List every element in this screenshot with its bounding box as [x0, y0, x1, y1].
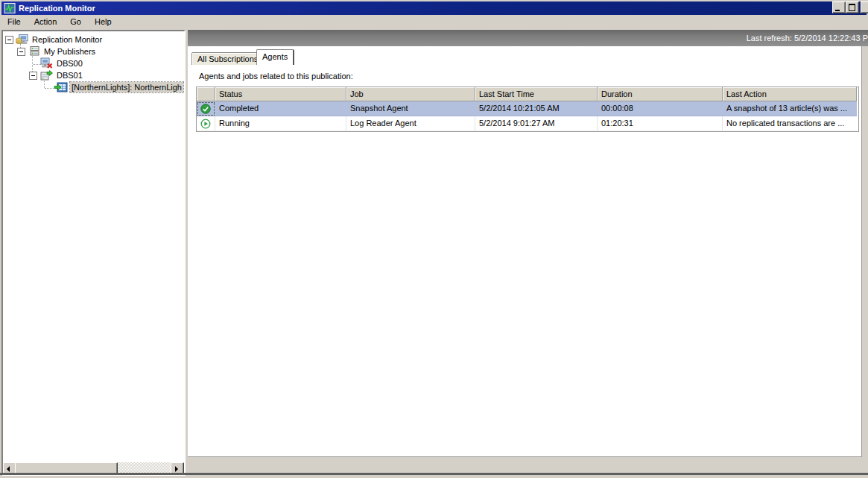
last-start-cell: 5/2/2014 10:21:05 AM — [475, 101, 598, 116]
tree-item-label: DBS01 — [55, 70, 84, 81]
close-button[interactable] — [861, 1, 868, 13]
agents-table: Status Job Last Start Time Duration Last… — [196, 87, 859, 132]
window-title: Replication Monitor — [19, 4, 95, 13]
table-row-snapshot-agent[interactable]: Completed Snapshot Agent 5/2/2014 10:21:… — [197, 101, 858, 116]
menu-bar: File Action Go Help — [1, 15, 867, 29]
window-bottom-border — [0, 473, 868, 475]
tab-agents[interactable]: Agents — [256, 49, 294, 65]
expander-replication-monitor[interactable] — [5, 36, 13, 44]
publication-detail-pane: All Subscriptions Agents Agents and jobs… — [188, 46, 862, 457]
last-refresh-text: Last refresh: 5/2/2014 12:22:43 P — [747, 34, 868, 43]
tree-item-label: My Publishers — [42, 46, 97, 57]
running-icon — [200, 119, 211, 129]
publisher-error-icon — [40, 57, 53, 69]
replication-monitor-node-icon — [16, 34, 28, 45]
status-icon-cell — [197, 116, 215, 131]
scroll-right-icon — [175, 466, 178, 472]
agents-caption: Agents and jobs related to this publicat… — [199, 72, 353, 81]
publisher-tree: Replication Monitor My Publishers — [3, 31, 184, 461]
tree-item-replication-monitor[interactable]: Replication Monitor — [16, 34, 104, 45]
expander-my-publishers[interactable] — [17, 48, 25, 56]
publisher-tree-panel: Replication Monitor My Publishers — [1, 30, 186, 476]
menu-file[interactable]: File — [1, 16, 28, 28]
table-header-row: Status Job Last Start Time Duration Last… — [197, 87, 858, 101]
menu-action[interactable]: Action — [28, 16, 64, 28]
publishers-icon — [28, 45, 40, 57]
tree-item-dbs01[interactable]: DBS01 — [40, 69, 84, 81]
tree-connector — [45, 88, 54, 89]
maximize-button[interactable] — [846, 1, 859, 13]
publication-icon — [54, 81, 68, 93]
scroll-left-icon — [7, 466, 10, 472]
menu-go[interactable]: Go — [63, 16, 88, 28]
status-cell: Running — [215, 116, 346, 131]
last-action-cell: No replicated transactions are ... — [723, 116, 857, 131]
column-header-job[interactable]: Job — [346, 87, 475, 101]
status-icon-cell — [197, 101, 215, 116]
status-cell: Completed — [215, 101, 346, 116]
column-header-status[interactable]: Status — [215, 87, 346, 101]
minimize-icon — [835, 10, 840, 11]
title-bar[interactable]: Replication Monitor — [1, 1, 867, 15]
duration-cell: 01:20:31 — [598, 116, 723, 131]
tree-item-label: [NorthernLights]: NorthernLigh — [70, 82, 183, 92]
maximize-icon — [849, 4, 855, 11]
menu-help[interactable]: Help — [88, 16, 118, 28]
column-header-icon[interactable] — [197, 87, 215, 101]
app-icon — [4, 3, 16, 14]
duration-cell: 00:00:08 — [598, 101, 723, 116]
table-row-log-reader-agent[interactable]: Running Log Reader Agent 5/2/2014 9:01:2… — [197, 116, 858, 131]
column-header-last-action[interactable]: Last Action — [723, 87, 857, 101]
tab-all-subscriptions[interactable]: All Subscriptions — [191, 52, 264, 65]
tree-item-dbs00[interactable]: DBS00 — [40, 57, 84, 69]
tree-item-my-publishers[interactable]: My Publishers — [28, 45, 97, 57]
job-cell: Snapshot Agent — [346, 101, 475, 116]
tree-item-label: Replication Monitor — [31, 34, 104, 45]
last-start-cell: 5/2/2014 9:01:27 AM — [475, 116, 598, 131]
expander-dbs01[interactable] — [29, 72, 37, 80]
refresh-status-bar: Last refresh: 5/2/2014 12:22:43 P — [188, 30, 868, 46]
publisher-ok-icon — [40, 69, 53, 81]
completed-icon — [200, 104, 211, 114]
replication-monitor-window: { "window": { "title": "Replication Moni… — [0, 0, 868, 478]
tree-item-northernlights-publication[interactable]: [NorthernLights]: NorthernLigh — [54, 81, 183, 93]
last-action-cell: A snapshot of 13 article(s) was ... — [723, 101, 857, 116]
tree-item-label: DBS00 — [55, 58, 84, 69]
column-header-last-start-time[interactable]: Last Start Time — [475, 87, 598, 101]
column-header-duration[interactable]: Duration — [598, 87, 723, 101]
minimize-button[interactable] — [832, 1, 846, 13]
job-cell: Log Reader Agent — [346, 116, 475, 131]
